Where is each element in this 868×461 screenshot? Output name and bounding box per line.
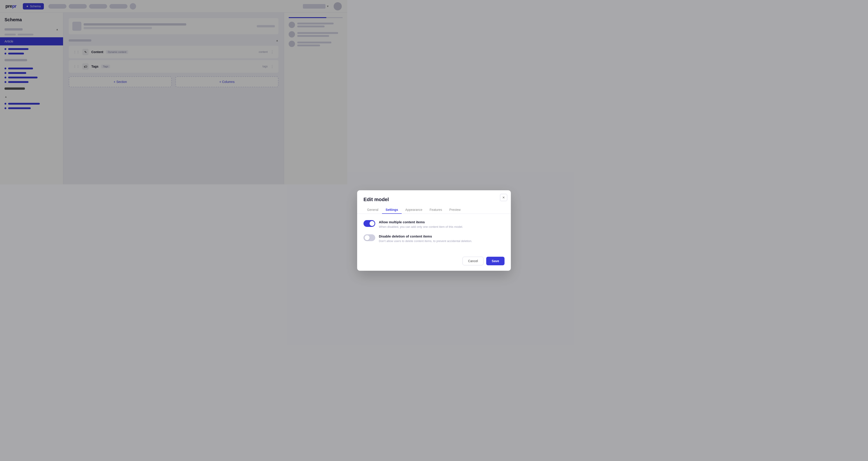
modal-overlay: ✕ Edit model General Settings Appearance…	[0, 0, 347, 184]
